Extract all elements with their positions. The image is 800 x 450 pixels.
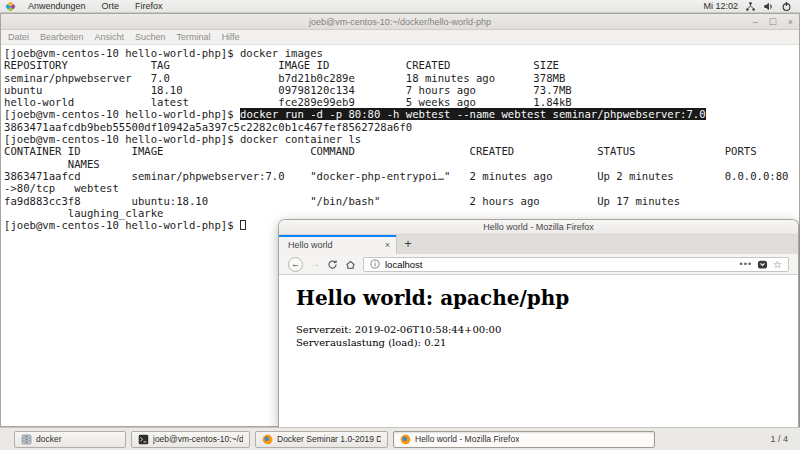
distro-logo-icon	[5, 1, 16, 12]
reload-icon[interactable]	[327, 259, 338, 270]
tab-label: Hello world	[288, 240, 379, 250]
taskbar-item-terminal[interactable]: joeb@vm-centos-10:~/docker/hello...	[131, 431, 250, 448]
desktop: Anwendungen Orte Firefox Mi 12:02 joeb@v…	[0, 0, 800, 450]
taskbar-label: Hello world - Mozilla Firefox	[415, 434, 519, 444]
tab-close-icon[interactable]: ×	[379, 240, 390, 250]
taskbar-item-docker[interactable]: docker	[14, 431, 126, 448]
menu-ansicht[interactable]: Ansicht	[95, 32, 125, 42]
taskbar-item-docker-seminar[interactable]: Docker Seminar 1.0-2019 Dokume...	[255, 431, 388, 448]
window-list-taskbar: docker joeb@vm-centos-10:~/docker/hello.…	[0, 427, 800, 450]
url-bar[interactable]: localhost ••• ☆	[363, 257, 789, 272]
menu-anwendungen[interactable]: Anwendungen	[20, 0, 94, 13]
minimize-button[interactable]: –	[753, 14, 758, 30]
taskbar-item-hello-world[interactable]: Hello world - Mozilla Firefox	[393, 431, 655, 448]
files-icon	[21, 434, 32, 445]
bookmark-star-icon[interactable]: ☆	[773, 259, 782, 270]
volume-icon[interactable]	[763, 1, 774, 12]
back-button[interactable]: ←	[288, 257, 303, 272]
nav-bar: ← → localhost •••	[279, 254, 798, 275]
tab-bar: Hello world × +	[279, 235, 798, 254]
forward-button[interactable]: →	[310, 259, 320, 269]
taskbar-label: Docker Seminar 1.0-2019 Dokume...	[277, 434, 381, 444]
info-icon[interactable]	[370, 259, 380, 269]
page-actions-icon[interactable]: •••	[740, 259, 752, 269]
menu-suchen[interactable]: Suchen	[135, 32, 166, 42]
close-button[interactable]: ×	[788, 14, 793, 30]
server-time-line: Serverzeit: 2019-02-06T10:58:44+00:00	[296, 323, 798, 336]
tab-hello-world[interactable]: Hello world ×	[279, 235, 397, 254]
menu-orte[interactable]: Orte	[94, 0, 128, 13]
page-content: Hello world: apache/php Serverzeit: 2019…	[279, 277, 798, 427]
new-tab-button[interactable]: +	[397, 235, 419, 254]
terminal-title: joeb@vm-centos-10:~/docker/hello-world-p…	[1, 14, 799, 30]
network-icon[interactable]	[745, 1, 756, 12]
page-heading: Hello world: apache/php	[296, 286, 798, 310]
taskbar-label: docker	[36, 434, 62, 444]
terminal-menubar: Datei Bearbeiten Ansicht Suchen Terminal…	[1, 30, 799, 45]
terminal-titlebar[interactable]: joeb@vm-centos-10:~/docker/hello-world-p…	[1, 14, 799, 30]
pocket-icon[interactable]	[757, 259, 768, 270]
menu-bearbeiten[interactable]: Bearbeiten	[40, 32, 84, 42]
firefox-titlebar[interactable]: Hello world - Mozilla Firefox	[279, 220, 798, 235]
maximize-button[interactable]: ☐	[769, 14, 777, 30]
clock[interactable]: Mi 12:02	[703, 1, 738, 11]
menu-firefox[interactable]: Firefox	[127, 0, 171, 13]
url-text[interactable]: localhost	[385, 259, 735, 270]
taskbar-label: joeb@vm-centos-10:~/docker/hello...	[153, 434, 243, 444]
terminal-icon	[138, 434, 149, 445]
menu-terminal[interactable]: Terminal	[177, 32, 211, 42]
firefox-icon	[262, 434, 273, 445]
workspace-pager[interactable]: 1 / 4	[770, 434, 792, 444]
menu-hilfe[interactable]: Hilfe	[222, 32, 240, 42]
power-icon[interactable]	[781, 1, 792, 12]
top-panel: Anwendungen Orte Firefox Mi 12:02	[0, 0, 800, 13]
home-icon[interactable]	[345, 259, 356, 270]
server-load-line: Serverauslastung (load): 0.21	[296, 336, 798, 349]
firefox-window: Hello world - Mozilla Firefox Hello worl…	[278, 219, 799, 427]
firefox-icon	[400, 434, 411, 445]
menu-datei[interactable]: Datei	[8, 32, 29, 42]
